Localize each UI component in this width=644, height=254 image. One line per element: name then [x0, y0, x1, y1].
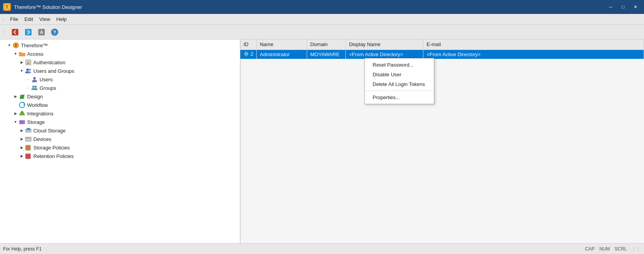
- tree-item-design[interactable]: ▶ Design: [0, 92, 240, 101]
- tree-item-authentication[interactable]: ▶ 🔐 Authentication: [0, 58, 240, 67]
- authentication-icon: 🔐: [25, 59, 32, 66]
- groups-icon: [31, 84, 38, 91]
- context-menu-disable-user[interactable]: Disable User: [365, 70, 434, 79]
- retention-policies-icon: [25, 153, 32, 160]
- tree-item-cloud-storage[interactable]: ▶ Cloud Storage: [0, 126, 240, 135]
- tree-item-storage-policies[interactable]: ▶ Storage Policies: [0, 143, 240, 152]
- svg-point-15: [35, 86, 37, 88]
- status-bar: For Help, press F1 CAP NUM SCRL ⋮⋮: [0, 243, 644, 254]
- svg-rect-32: [26, 138, 31, 141]
- cell-name: Administrator: [257, 50, 307, 59]
- toolbar-forward-button[interactable]: [22, 27, 34, 38]
- tree-storage-policies-label: Storage Policies: [33, 145, 70, 151]
- tree-item-users-groups[interactable]: ▼ Users and Groups: [0, 67, 240, 75]
- access-expander[interactable]: ▼: [12, 51, 19, 57]
- table-container[interactable]: ID Name Domain Display Name E-mail: [240, 39, 644, 243]
- col-header-id: ID: [240, 39, 257, 50]
- status-indicators: CAP NUM SCRL ⋮⋮: [585, 246, 641, 252]
- tree-item-integrations[interactable]: ▶ Integrations: [0, 109, 240, 118]
- tree-root[interactable]: ▼ T Therefore™: [0, 41, 240, 50]
- tree-panel[interactable]: ▼ T Therefore™ ▼ Access ▶: [0, 39, 240, 243]
- svg-rect-33: [25, 137, 31, 138]
- menu-dots: ⋮: [2, 17, 5, 21]
- svg-point-29: [23, 123, 24, 124]
- menu-view[interactable]: View: [36, 15, 53, 23]
- num-indicator: NUM: [599, 246, 610, 252]
- context-menu-properties[interactable]: Properties...: [365, 93, 434, 102]
- tree-item-storage[interactable]: ▼ Storage: [0, 118, 240, 126]
- title-bar-left: T Therefore™ Solution Designer: [3, 3, 82, 11]
- devices-expander[interactable]: ▶: [19, 136, 25, 142]
- users-table: ID Name Domain Display Name E-mail: [240, 39, 644, 59]
- tree-groups-label: Groups: [40, 85, 56, 91]
- tree-storage-label: Storage: [27, 119, 45, 125]
- integrations-expander[interactable]: ▶: [12, 110, 19, 117]
- back-icon: [12, 29, 19, 36]
- users-expander: ─: [25, 76, 31, 82]
- workflow-icon: [19, 101, 26, 108]
- svg-text:T: T: [15, 44, 17, 48]
- cell-domain: MOYAWARE: [307, 50, 346, 59]
- retention-policies-expander[interactable]: ▶: [19, 153, 25, 159]
- menu-help[interactable]: Help: [53, 15, 70, 23]
- help-icon: ?: [51, 28, 59, 36]
- design-expander[interactable]: ▶: [12, 93, 19, 100]
- grip-icon: ⋮⋮: [632, 246, 641, 252]
- cloud-storage-icon: [25, 127, 32, 134]
- menu-file[interactable]: File: [7, 15, 21, 23]
- tree-access-label: Access: [27, 51, 43, 57]
- cap-indicator: CAP: [585, 246, 595, 252]
- svg-point-22: [19, 114, 21, 115]
- workflow-expander: ─: [12, 102, 19, 108]
- users-groups-expander[interactable]: ▼: [19, 68, 25, 74]
- svg-point-11: [26, 69, 29, 71]
- root-expander[interactable]: ▼: [6, 42, 12, 48]
- svg-rect-1: [25, 29, 31, 35]
- cloud-storage-expander[interactable]: ▶: [19, 127, 25, 134]
- toolbar-back-button[interactable]: [9, 27, 21, 38]
- col-header-display: Display Name: [346, 39, 423, 50]
- svg-point-21: [21, 111, 23, 112]
- svg-point-13: [33, 77, 36, 79]
- tree-design-label: Design: [27, 94, 43, 100]
- tree-users-label: Users: [40, 77, 53, 82]
- tree-devices-label: Devices: [33, 136, 51, 142]
- tree-item-access[interactable]: ▼ Access: [0, 50, 240, 58]
- storage-policies-expander[interactable]: ▶: [19, 144, 25, 151]
- auth-expander[interactable]: ▶: [19, 59, 25, 65]
- svg-point-12: [29, 69, 31, 71]
- table-row[interactable]: 2 Administrator MOYAWARE <From Active Di…: [240, 50, 644, 59]
- tree-item-groups[interactable]: ─ Groups: [0, 84, 240, 92]
- restore-button[interactable]: □: [618, 3, 628, 11]
- context-menu-separator: [365, 91, 434, 91]
- svg-text:A: A: [40, 30, 43, 34]
- menu-edit[interactable]: Edit: [21, 15, 36, 23]
- menu-bar: ⋮ File Edit View Help: [0, 14, 644, 25]
- close-button[interactable]: ✕: [630, 3, 641, 11]
- title-bar: T Therefore™ Solution Designer ─ □ ✕: [0, 0, 644, 14]
- svg-point-28: [23, 121, 24, 122]
- context-menu: Reset Password... Disable User Delete Al…: [364, 58, 434, 104]
- cell-email: <From Active Directory>: [423, 50, 644, 59]
- scrl-indicator: SCRL: [615, 246, 627, 252]
- toolbar-help-button[interactable]: ?: [49, 27, 60, 38]
- toolbar: ⋮ A ?: [0, 25, 644, 39]
- tree-item-workflow[interactable]: ─ Workflow: [0, 101, 240, 109]
- context-menu-reset-password[interactable]: Reset Password...: [365, 60, 434, 70]
- storage-expander[interactable]: ▼: [12, 119, 19, 125]
- tree-item-retention-policies[interactable]: ▶ Retention Policies: [0, 152, 240, 160]
- tree-retention-policies-label: Retention Policies: [33, 153, 74, 159]
- app-icon: T: [3, 3, 11, 11]
- tree-cloud-storage-label: Cloud Storage: [33, 128, 66, 134]
- svg-text:🔐: 🔐: [27, 61, 30, 64]
- minimize-button[interactable]: ─: [605, 3, 616, 11]
- window-controls: ─ □ ✕: [605, 3, 641, 11]
- context-menu-delete-tokens[interactable]: Delete All Login Tokens: [365, 79, 434, 89]
- integrations-icon: [19, 110, 26, 117]
- forward-icon: [25, 29, 32, 36]
- design-icon: [19, 93, 26, 100]
- col-header-name: Name: [257, 39, 307, 50]
- tree-item-users[interactable]: ─ Users: [0, 75, 240, 84]
- toolbar-label-button[interactable]: A: [36, 27, 47, 38]
- tree-item-devices[interactable]: ▶ Devices: [0, 135, 240, 143]
